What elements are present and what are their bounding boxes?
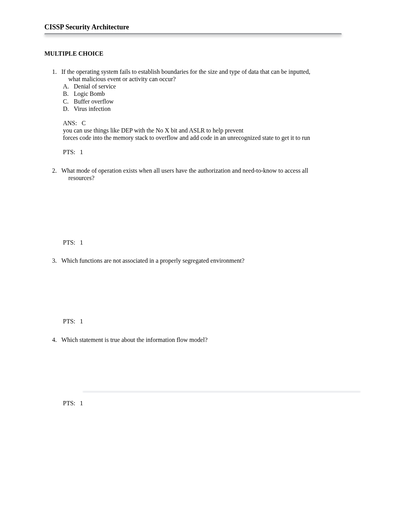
points-line: PTS: 1	[61, 148, 366, 156]
option-text: Buffer overflow	[74, 98, 114, 105]
points-value: 1	[80, 400, 83, 406]
option-letter: A.	[63, 83, 74, 90]
points-value: 1	[80, 239, 83, 246]
points-line: PTS: 1	[61, 318, 366, 325]
question-text: Which functions are not associated in a …	[60, 257, 366, 325]
question-number: 1.	[49, 68, 57, 75]
section-heading: MULTIPLE CHOICE	[44, 50, 366, 57]
header-underline	[44, 33, 342, 35]
option-letter: C.	[63, 98, 74, 105]
question-item: 1. If the operating system fails to esta…	[60, 68, 366, 156]
stem-line: what malicious event or activity can occ…	[61, 76, 176, 82]
explanation: you can use things like DEP with the No …	[63, 127, 366, 134]
option-item: D.Virus infection	[63, 105, 366, 112]
option-text: Logic Bomb	[74, 90, 105, 97]
question-text: If the operating system fails to establi…	[60, 68, 366, 156]
question-number: 4.	[49, 336, 57, 343]
content-spacer	[61, 264, 366, 311]
option-item: B.Logic Bomb	[63, 90, 366, 97]
questions-list: 1. If the operating system fails to esta…	[44, 68, 366, 407]
points-line: PTS: 1	[61, 239, 366, 246]
question-number: 3.	[49, 257, 57, 264]
option-letter: D.	[63, 105, 74, 112]
options-list: A.Denial of service B.Logic Bomb C.Buffe…	[61, 83, 366, 112]
points-label: PTS:	[63, 400, 75, 406]
explanation: forces code into the memory stack to ove…	[63, 134, 366, 141]
content-spacer	[61, 343, 366, 388]
stem-line: resources?	[61, 175, 95, 181]
points-value: 1	[80, 149, 83, 155]
question-stem: If the operating system fails to establi…	[61, 68, 366, 83]
stem-line: What mode of operation exists when all u…	[61, 167, 308, 174]
option-letter: B.	[63, 90, 74, 97]
stem-line: Which statement is true about the inform…	[61, 337, 208, 343]
question-stem: Which statement is true about the inform…	[61, 336, 366, 343]
option-item: A.Denial of service	[63, 83, 366, 90]
document-title: CISSP Security Architecture	[44, 23, 366, 32]
option-text: Virus infection	[74, 105, 110, 112]
stem-line: Which functions are not associated in a …	[61, 257, 244, 264]
question-number: 2.	[49, 167, 57, 174]
question-text: What mode of operation exists when all u…	[60, 167, 366, 246]
content-spacer	[61, 182, 366, 232]
points-label: PTS:	[63, 149, 75, 155]
question-stem: Which functions are not associated in a …	[61, 257, 366, 264]
stem-line: If the operating system fails to establi…	[61, 68, 310, 75]
question-item: 3. Which functions are not associated in…	[60, 257, 366, 325]
answer-line: ANS: C	[63, 119, 366, 127]
blurred-divider	[83, 391, 361, 393]
points-line: PTS: 1	[61, 399, 366, 407]
question-item: 2. What mode of operation exists when al…	[60, 167, 366, 246]
points-label: PTS:	[63, 239, 75, 246]
question-text: Which statement is true about the inform…	[60, 336, 366, 407]
answer-block: ANS: C you can use things like DEP with …	[61, 119, 366, 142]
question-item: 4. Which statement is true about the inf…	[60, 336, 366, 407]
option-item: C.Buffer overflow	[63, 98, 366, 105]
answer-label: ANS:	[63, 120, 77, 126]
points-label: PTS:	[63, 318, 75, 325]
question-stem: What mode of operation exists when all u…	[61, 167, 366, 182]
answer-value: C	[81, 120, 86, 126]
option-text: Denial of service	[74, 83, 116, 90]
points-value: 1	[80, 318, 83, 325]
